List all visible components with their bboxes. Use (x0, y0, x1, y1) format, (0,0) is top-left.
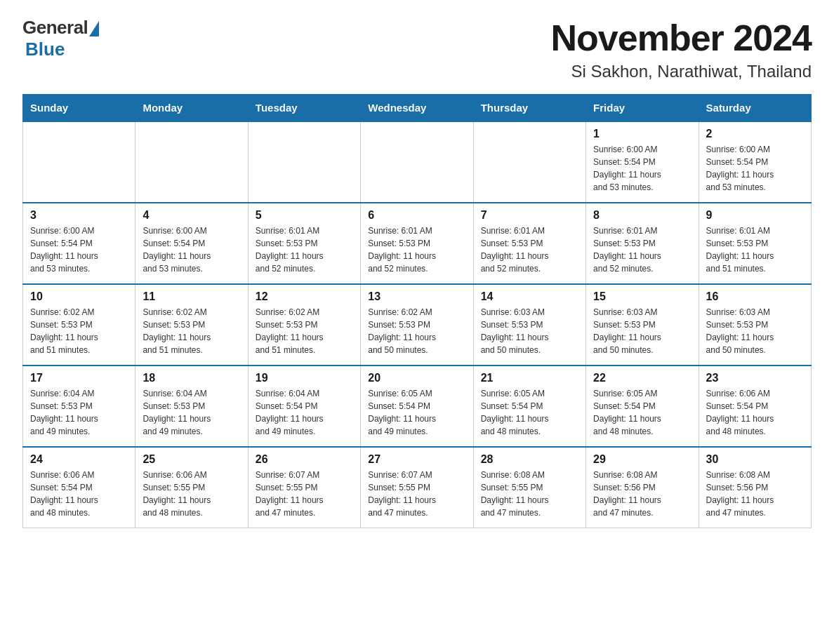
day-info: Sunrise: 6:06 AM Sunset: 5:54 PM Dayligh… (706, 389, 774, 436)
calendar-header-row: SundayMondayTuesdayWednesdayThursdayFrid… (23, 95, 812, 122)
calendar-cell: 11Sunrise: 6:02 AM Sunset: 5:53 PM Dayli… (135, 284, 248, 365)
calendar-week-row: 1Sunrise: 6:00 AM Sunset: 5:54 PM Daylig… (23, 121, 812, 203)
day-info: Sunrise: 6:02 AM Sunset: 5:53 PM Dayligh… (368, 307, 436, 355)
calendar-header-tuesday: Tuesday (248, 95, 360, 122)
calendar-cell: 15Sunrise: 6:03 AM Sunset: 5:53 PM Dayli… (586, 284, 699, 365)
calendar-cell: 24Sunrise: 6:06 AM Sunset: 5:54 PM Dayli… (23, 447, 135, 528)
day-number: 29 (593, 453, 691, 466)
calendar-cell (248, 121, 360, 203)
calendar-header-sunday: Sunday (23, 95, 135, 122)
calendar-week-row: 10Sunrise: 6:02 AM Sunset: 5:53 PM Dayli… (23, 284, 812, 365)
calendar-cell (23, 121, 135, 203)
page-subtitle: Si Sakhon, Narathiwat, Thailand (551, 62, 812, 81)
calendar-cell: 12Sunrise: 6:02 AM Sunset: 5:53 PM Dayli… (248, 284, 360, 365)
day-info: Sunrise: 6:05 AM Sunset: 5:54 PM Dayligh… (481, 389, 549, 436)
day-number: 19 (256, 372, 353, 384)
calendar-cell: 20Sunrise: 6:05 AM Sunset: 5:54 PM Dayli… (361, 365, 473, 447)
calendar-cell: 14Sunrise: 6:03 AM Sunset: 5:53 PM Dayli… (473, 284, 585, 365)
day-number: 27 (368, 453, 465, 466)
day-info: Sunrise: 6:07 AM Sunset: 5:55 PM Dayligh… (256, 470, 324, 518)
logo-triangle-icon (89, 21, 99, 36)
calendar-header-thursday: Thursday (473, 95, 585, 122)
day-info: Sunrise: 6:03 AM Sunset: 5:53 PM Dayligh… (706, 307, 774, 355)
day-number: 23 (706, 372, 804, 384)
day-number: 24 (30, 453, 128, 466)
calendar-header-wednesday: Wednesday (361, 95, 473, 122)
day-number: 6 (368, 209, 465, 222)
day-number: 7 (481, 209, 578, 222)
calendar-cell: 5Sunrise: 6:01 AM Sunset: 5:53 PM Daylig… (248, 203, 360, 284)
calendar-cell: 29Sunrise: 6:08 AM Sunset: 5:56 PM Dayli… (586, 447, 699, 528)
calendar-header-saturday: Saturday (699, 95, 811, 122)
calendar-cell: 7Sunrise: 6:01 AM Sunset: 5:53 PM Daylig… (473, 203, 585, 284)
calendar-week-row: 24Sunrise: 6:06 AM Sunset: 5:54 PM Dayli… (23, 447, 812, 528)
calendar-cell: 21Sunrise: 6:05 AM Sunset: 5:54 PM Dayli… (473, 365, 585, 447)
day-number: 8 (593, 209, 691, 222)
day-number: 28 (481, 453, 578, 466)
day-info: Sunrise: 6:04 AM Sunset: 5:53 PM Dayligh… (30, 389, 98, 436)
day-info: Sunrise: 6:05 AM Sunset: 5:54 PM Dayligh… (368, 389, 436, 436)
calendar-cell: 26Sunrise: 6:07 AM Sunset: 5:55 PM Dayli… (248, 447, 360, 528)
day-info: Sunrise: 6:01 AM Sunset: 5:53 PM Dayligh… (368, 226, 436, 274)
day-number: 21 (481, 372, 578, 384)
day-info: Sunrise: 6:04 AM Sunset: 5:53 PM Dayligh… (143, 389, 211, 436)
calendar-cell: 8Sunrise: 6:01 AM Sunset: 5:53 PM Daylig… (586, 203, 699, 284)
calendar-cell: 10Sunrise: 6:02 AM Sunset: 5:53 PM Dayli… (23, 284, 135, 365)
day-number: 20 (368, 372, 465, 384)
logo-general-text: General (22, 17, 88, 39)
day-info: Sunrise: 6:00 AM Sunset: 5:54 PM Dayligh… (593, 145, 661, 192)
calendar-cell: 4Sunrise: 6:00 AM Sunset: 5:54 PM Daylig… (135, 203, 248, 284)
day-number: 4 (143, 209, 240, 222)
day-number: 30 (706, 453, 804, 466)
title-block: November 2024 Si Sakhon, Narathiwat, Tha… (551, 17, 812, 81)
calendar-cell: 16Sunrise: 6:03 AM Sunset: 5:53 PM Dayli… (699, 284, 811, 365)
day-info: Sunrise: 6:00 AM Sunset: 5:54 PM Dayligh… (706, 145, 774, 192)
day-info: Sunrise: 6:03 AM Sunset: 5:53 PM Dayligh… (481, 307, 549, 355)
day-info: Sunrise: 6:02 AM Sunset: 5:53 PM Dayligh… (30, 307, 98, 355)
calendar-header-friday: Friday (586, 95, 699, 122)
calendar-cell: 13Sunrise: 6:02 AM Sunset: 5:53 PM Dayli… (361, 284, 473, 365)
logo: General Blue (22, 17, 99, 60)
day-info: Sunrise: 6:00 AM Sunset: 5:54 PM Dayligh… (30, 226, 98, 274)
calendar-cell: 27Sunrise: 6:07 AM Sunset: 5:55 PM Dayli… (361, 447, 473, 528)
day-number: 2 (706, 128, 804, 140)
day-number: 15 (593, 290, 691, 303)
day-number: 9 (706, 209, 804, 222)
day-number: 14 (481, 290, 578, 303)
day-info: Sunrise: 6:01 AM Sunset: 5:53 PM Dayligh… (256, 226, 324, 274)
calendar-cell: 1Sunrise: 6:00 AM Sunset: 5:54 PM Daylig… (586, 121, 699, 203)
day-number: 13 (368, 290, 465, 303)
calendar-cell: 2Sunrise: 6:00 AM Sunset: 5:54 PM Daylig… (699, 121, 811, 203)
day-number: 26 (256, 453, 353, 466)
calendar-cell: 3Sunrise: 6:00 AM Sunset: 5:54 PM Daylig… (23, 203, 135, 284)
calendar-table: SundayMondayTuesdayWednesdayThursdayFrid… (22, 94, 812, 528)
day-info: Sunrise: 6:06 AM Sunset: 5:55 PM Dayligh… (143, 470, 211, 518)
day-number: 10 (30, 290, 128, 303)
day-info: Sunrise: 6:01 AM Sunset: 5:53 PM Dayligh… (593, 226, 661, 274)
calendar-header-monday: Monday (135, 95, 248, 122)
day-info: Sunrise: 6:06 AM Sunset: 5:54 PM Dayligh… (30, 470, 98, 518)
day-info: Sunrise: 6:02 AM Sunset: 5:53 PM Dayligh… (143, 307, 211, 355)
calendar-cell: 25Sunrise: 6:06 AM Sunset: 5:55 PM Dayli… (135, 447, 248, 528)
calendar-week-row: 3Sunrise: 6:00 AM Sunset: 5:54 PM Daylig… (23, 203, 812, 284)
calendar-cell: 30Sunrise: 6:08 AM Sunset: 5:56 PM Dayli… (699, 447, 811, 528)
day-info: Sunrise: 6:08 AM Sunset: 5:56 PM Dayligh… (593, 470, 661, 518)
page-header: General Blue November 2024 Si Sakhon, Na… (22, 17, 812, 81)
day-number: 12 (256, 290, 353, 303)
calendar-cell (361, 121, 473, 203)
day-number: 11 (143, 290, 240, 303)
page-title: November 2024 (551, 17, 812, 59)
day-info: Sunrise: 6:03 AM Sunset: 5:53 PM Dayligh… (593, 307, 661, 355)
calendar-cell (135, 121, 248, 203)
calendar-cell: 28Sunrise: 6:08 AM Sunset: 5:55 PM Dayli… (473, 447, 585, 528)
day-info: Sunrise: 6:04 AM Sunset: 5:54 PM Dayligh… (256, 389, 324, 436)
calendar-cell: 9Sunrise: 6:01 AM Sunset: 5:53 PM Daylig… (699, 203, 811, 284)
day-info: Sunrise: 6:07 AM Sunset: 5:55 PM Dayligh… (368, 470, 436, 518)
day-number: 5 (256, 209, 353, 222)
logo-blue-text: Blue (25, 39, 65, 60)
calendar-cell (473, 121, 585, 203)
day-info: Sunrise: 6:01 AM Sunset: 5:53 PM Dayligh… (481, 226, 549, 274)
day-number: 22 (593, 372, 691, 384)
calendar-cell: 18Sunrise: 6:04 AM Sunset: 5:53 PM Dayli… (135, 365, 248, 447)
day-info: Sunrise: 6:05 AM Sunset: 5:54 PM Dayligh… (593, 389, 661, 436)
